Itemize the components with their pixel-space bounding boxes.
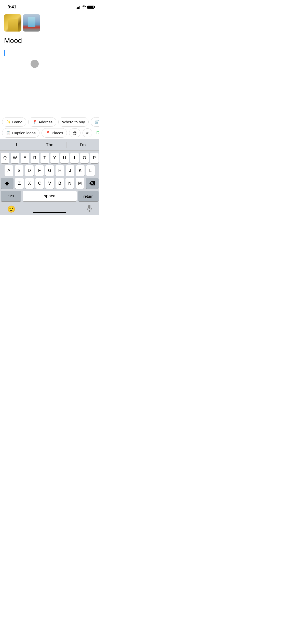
key-s[interactable]: S	[15, 165, 23, 176]
key-p[interactable]: P	[90, 153, 99, 163]
wifi-icon	[82, 5, 86, 9]
key-row-2: A S D F G H J K L	[0, 165, 99, 176]
key-n[interactable]: N	[65, 178, 74, 189]
key-w[interactable]: W	[11, 153, 19, 163]
key-l[interactable]: L	[86, 165, 95, 176]
caption-icon: 📋	[6, 130, 11, 135]
hashtag-chip[interactable]: #	[83, 128, 92, 137]
key-x[interactable]: X	[25, 178, 34, 189]
keyboard-rows: Q W E R T Y U I O P A S D F G H J K L	[0, 151, 99, 201]
brand-label: Brand	[12, 120, 22, 124]
key-k[interactable]: K	[76, 165, 85, 176]
key-row-1: Q W E R T Y U I O P	[0, 153, 99, 163]
keyboard: I The I'm Q W E R T Y U I O P A S D F G …	[0, 139, 99, 215]
shift-key[interactable]	[1, 178, 13, 189]
places-label: Places	[52, 131, 63, 135]
return-key[interactable]: return	[78, 191, 99, 201]
key-j[interactable]: J	[66, 165, 74, 176]
where-to-buy-chip[interactable]: Where to buy	[58, 117, 89, 127]
places-chip[interactable]: 📍 Places	[42, 128, 67, 138]
key-t[interactable]: T	[40, 153, 49, 163]
where-to-buy-label: Where to buy	[62, 120, 85, 124]
key-row-3: Z X C V B N M	[0, 178, 99, 189]
text-cursor	[4, 50, 5, 56]
delete-key[interactable]	[86, 178, 99, 189]
product-chip[interactable]: 🛒 Product	[91, 117, 99, 127]
key-e[interactable]: E	[21, 153, 29, 163]
photos-strip	[0, 12, 99, 34]
key-y[interactable]: Y	[50, 153, 59, 163]
key-d[interactable]: D	[25, 165, 34, 176]
status-bar: 9:41	[0, 0, 99, 12]
home-indicator	[33, 212, 66, 213]
signal-icon	[76, 5, 80, 9]
photo-thumb-1[interactable]	[4, 14, 21, 32]
pin-icon: 📍	[32, 120, 37, 124]
key-u[interactable]: U	[60, 153, 69, 163]
predictive-word-1[interactable]: I	[0, 142, 33, 148]
predictive-word-3[interactable]: I'm	[66, 142, 99, 148]
suggestions-row-1: ✨ Brand 📍 Address Where to buy 🛒 Product	[0, 117, 99, 127]
mood-label: Mood	[0, 34, 99, 45]
key-o[interactable]: O	[80, 153, 89, 163]
text-area[interactable]	[0, 47, 99, 59]
hashtag-icon: #	[86, 131, 88, 135]
at-icon: @	[73, 131, 77, 135]
address-chip[interactable]: 📍 Address	[28, 117, 56, 127]
key-r[interactable]: R	[31, 153, 39, 163]
key-row-bottom: 123 space return	[0, 191, 99, 201]
photo-thumb-2[interactable]	[23, 14, 40, 32]
caption-ideas-chip[interactable]: 📋 Caption ideas	[2, 128, 39, 138]
drag-handle[interactable]	[31, 60, 39, 68]
key-c[interactable]: C	[35, 178, 44, 189]
status-icons	[76, 5, 94, 9]
predictive-bar: I The I'm	[0, 139, 99, 151]
sparkle-icon: ✨	[6, 120, 11, 124]
places-icon: 📍	[45, 130, 50, 135]
address-label: Address	[38, 120, 52, 124]
key-a[interactable]: A	[5, 165, 13, 176]
done-button[interactable]: Done	[94, 129, 99, 137]
suggestions-row-2: 📋 Caption ideas 📍 Places @ # Done	[0, 127, 99, 138]
battery-icon	[87, 6, 94, 9]
status-time: 9:41	[8, 5, 16, 10]
key-m[interactable]: M	[76, 178, 84, 189]
predictive-word-2[interactable]: The	[33, 142, 66, 148]
numbers-key[interactable]: 123	[1, 191, 21, 201]
key-z[interactable]: Z	[15, 178, 24, 189]
key-q[interactable]: Q	[1, 153, 9, 163]
caption-ideas-label: Caption ideas	[12, 131, 36, 135]
brand-chip[interactable]: ✨ Brand	[2, 117, 26, 127]
key-i[interactable]: I	[70, 153, 79, 163]
cart-icon: 🛒	[94, 120, 99, 124]
svg-rect-0	[88, 205, 90, 209]
mic-button[interactable]	[87, 204, 92, 214]
space-key[interactable]: space	[23, 191, 77, 201]
key-f[interactable]: F	[35, 165, 44, 176]
key-h[interactable]: H	[56, 165, 64, 176]
at-chip[interactable]: @	[69, 128, 80, 137]
emoji-button[interactable]: 🙂	[7, 205, 15, 213]
key-b[interactable]: B	[56, 178, 64, 189]
key-v[interactable]: V	[45, 178, 54, 189]
key-g[interactable]: G	[45, 165, 54, 176]
